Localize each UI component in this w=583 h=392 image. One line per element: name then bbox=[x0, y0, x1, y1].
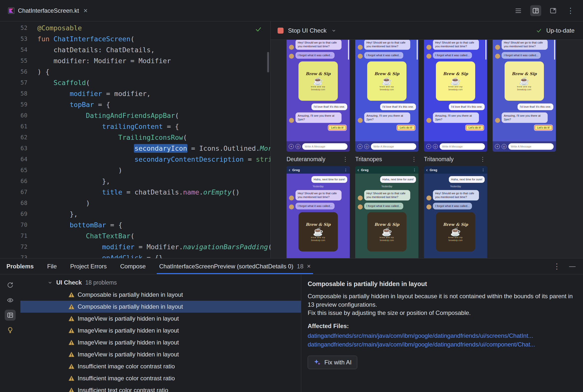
code-text: TrailingIconsRow( bbox=[37, 134, 187, 141]
coffee-cup-icon: ☕ bbox=[313, 76, 323, 85]
fix-with-ai-button[interactable]: Fix with AI bbox=[308, 356, 357, 369]
chat-message-row: Amazing, I'll see you there at 2pm? bbox=[495, 112, 553, 123]
coffee-shop-name: Brew & Sip bbox=[374, 222, 399, 227]
coffee-shop-name: Brew & Sip bbox=[374, 72, 399, 76]
code-text: }, bbox=[37, 177, 110, 185]
titlebar-actions: ⋮ bbox=[513, 5, 576, 16]
line-number: 73 bbox=[0, 254, 37, 258]
line-number: 57 bbox=[0, 79, 37, 86]
problem-item[interactable]: ImageView is partially hidden in layout bbox=[21, 324, 301, 336]
message-input: Write A Message bbox=[440, 143, 485, 150]
problem-item[interactable]: ImageView is partially hidden in layout bbox=[21, 336, 301, 348]
chat-message-row: Hey! Should we go to that cafe you menti… bbox=[289, 190, 347, 200]
preview-phone[interactable]: Hey! Should we go to that cafe you menti… bbox=[424, 40, 487, 152]
code-editor[interactable]: 52@Composable53fun ChatInterfaceScreen(5… bbox=[0, 22, 270, 258]
panel-kebab-icon[interactable]: ⋮ bbox=[553, 263, 560, 270]
affected-files-list: datingandfriends/src/main/java/com/ibm/g… bbox=[308, 332, 575, 349]
chat-bubble: Amazing, I'll see you there at 2pm? bbox=[296, 112, 342, 123]
preview-phone[interactable]: ‹Greg⋮Haha, next time for sure!Yesterday… bbox=[424, 166, 487, 258]
problems-list: UI Check 18 problems Composable is parti… bbox=[21, 274, 301, 392]
split-editor-icon[interactable] bbox=[530, 5, 541, 16]
code-line: 57 Scaffold( bbox=[0, 77, 270, 88]
preview-config-menu-icon[interactable]: ⋮ bbox=[410, 156, 418, 163]
refresh-icon[interactable] bbox=[5, 280, 16, 291]
chat-bubble: I forgot what it was called... bbox=[502, 52, 541, 59]
contact-name: Greg bbox=[292, 168, 300, 172]
code-text: trailingContent = { bbox=[37, 122, 179, 130]
chat-bubble: Haha, next time for sure! bbox=[449, 176, 485, 183]
problem-item[interactable]: Insufficient text color contrast ratio bbox=[21, 384, 301, 392]
tab-compose[interactable]: Compose bbox=[120, 258, 146, 274]
tab-file[interactable]: File bbox=[47, 258, 57, 274]
coffee-shop-url: brew&sip.com bbox=[380, 88, 394, 91]
line-number: 70 bbox=[0, 222, 37, 228]
coffee-shop-card: Brew & Sip☕brew and sipbrew&sip.com bbox=[436, 62, 475, 101]
code-line: 53fun ChatInterfaceScreen( bbox=[0, 33, 270, 44]
warning-icon bbox=[68, 351, 75, 358]
tab-close-icon[interactable]: × bbox=[307, 262, 311, 270]
coffee-shop-subtitle: brew and sip bbox=[380, 236, 394, 238]
coffee-shop-url: brew&sip.com bbox=[311, 239, 325, 242]
code-line: 68 ) bbox=[0, 198, 270, 208]
lightbulb-icon[interactable] bbox=[5, 324, 16, 336]
preview-canvas[interactable]: Hey! Should we go to that cafe you menti… bbox=[270, 40, 583, 258]
details-view-icon[interactable] bbox=[5, 310, 16, 320]
preview-config-menu-icon[interactable]: ⋮ bbox=[478, 156, 487, 163]
code-text: bottomBar = { bbox=[37, 221, 122, 229]
problem-item[interactable]: Composable is partially hidden in layout bbox=[21, 301, 301, 313]
editor-scrollbar[interactable] bbox=[267, 52, 269, 72]
coffee-shop-card: Brew & Sip☕brew and sipbrew&sip.com bbox=[505, 62, 544, 101]
preview-phone[interactable]: ‹Greg⋮Haha, next time for sure!Yesterday… bbox=[355, 166, 418, 258]
phone-chat-body: Hey! Should we go to that cafe you menti… bbox=[424, 40, 487, 141]
line-number: 54 bbox=[0, 46, 37, 53]
ui-check-tree-header[interactable]: UI Check 18 problems bbox=[21, 276, 301, 289]
preview-phone[interactable]: Hey! Should we go to that cafe you menti… bbox=[355, 40, 418, 152]
preview-phone[interactable]: ‹Greg⋮Haha, next time for sure!Yesterday… bbox=[286, 166, 350, 258]
preview-layout-icon[interactable] bbox=[548, 5, 559, 16]
problem-item[interactable]: ImageView is partially hidden in layout bbox=[21, 313, 301, 324]
coffee-shop-name: Brew & Sip bbox=[306, 72, 331, 76]
up-to-date-status: Up-to-date bbox=[546, 27, 574, 34]
up-to-date-check-icon bbox=[536, 28, 542, 34]
tab-ui-check-preview[interactable]: ChatInterfaceScreenPreview (sortedChatDe… bbox=[159, 258, 311, 274]
tab-project-errors[interactable]: Project Errors bbox=[70, 258, 107, 274]
coffee-shop-url: brew&sip.com bbox=[449, 239, 463, 242]
preview-config-label: Tritanopes bbox=[355, 156, 382, 163]
coffee-cup-icon: ☕ bbox=[450, 76, 461, 85]
chat-message-row: Amazing, I'll see you there at 2pm? bbox=[426, 112, 485, 123]
stop-ui-check-button[interactable]: Stop UI Check bbox=[288, 27, 327, 34]
editor-list-icon[interactable] bbox=[513, 5, 524, 16]
eye-icon[interactable] bbox=[5, 295, 16, 306]
problem-item[interactable]: Composable is partially hidden in layout bbox=[21, 289, 301, 301]
code-line: 59 topBar = { bbox=[0, 99, 270, 110]
tab-close-icon[interactable]: × bbox=[82, 7, 88, 14]
code-line: 65 ) bbox=[0, 165, 270, 176]
problems-tool-strip bbox=[0, 274, 21, 392]
phone-kebab-icon: ⋮ bbox=[344, 168, 348, 172]
tab-problems[interactable]: Problems bbox=[7, 258, 34, 274]
problem-item-label: ImageView is partially hidden in layout bbox=[78, 351, 179, 358]
code-line: 55 modifier: Modifier = Modifier bbox=[0, 55, 270, 66]
code-text: ChatTextBar( bbox=[37, 232, 134, 240]
coffee-shop-subtitle: brew and sip bbox=[311, 86, 325, 88]
problem-item[interactable]: Insufficient image color contrast ratio bbox=[21, 360, 301, 372]
code-line: 61 trailingContent = { bbox=[0, 121, 270, 132]
problem-item[interactable]: ImageView is partially hidden in layout bbox=[21, 348, 301, 360]
chat-message-row: I forgot what it was called... bbox=[358, 203, 416, 210]
chevron-down-icon[interactable] bbox=[331, 28, 337, 33]
coffee-cup-icon: ☕ bbox=[519, 76, 529, 85]
titlebar-kebab-icon[interactable]: ⋮ bbox=[565, 5, 576, 16]
affected-file-link[interactable]: datingandfriends/src/main/java/com/ibm/g… bbox=[308, 332, 575, 340]
inspection-ok-icon[interactable] bbox=[255, 26, 262, 34]
emoji-icon: ☺ bbox=[502, 144, 507, 149]
preview-phone[interactable]: Hey! Should we go to that cafe you menti… bbox=[493, 40, 556, 152]
editor-tab-chatinterfacescreen[interactable]: ChatInterfaceScreen.kt × bbox=[6, 0, 91, 21]
preview-phone[interactable]: Hey! Should we go to that cafe you menti… bbox=[286, 40, 350, 152]
minimize-panel-icon[interactable]: — bbox=[569, 262, 575, 270]
chat-message-row: Hey! Should we go to that cafe you menti… bbox=[426, 40, 485, 50]
preview-config-menu-icon[interactable]: ⋮ bbox=[341, 156, 350, 163]
chat-bubble: Haha, next time for sure! bbox=[380, 176, 416, 183]
problem-item[interactable]: Insufficient image color contrast ratio bbox=[21, 372, 301, 384]
contact-name: Greg bbox=[361, 168, 368, 172]
affected-file-link[interactable]: datingandfriends/src/main/java/com/ibm/g… bbox=[308, 340, 575, 349]
